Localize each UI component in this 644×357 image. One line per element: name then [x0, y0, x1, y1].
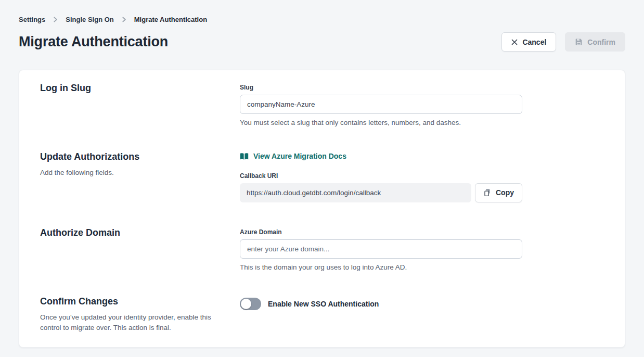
close-icon — [511, 39, 518, 45]
confirm-button-label: Confirm — [587, 38, 615, 46]
section-confirm-changes-fields: Enable New SSO Authentication — [240, 296, 522, 334]
azure-domain-label: Azure Domain — [240, 228, 522, 236]
update-authorizations-description: Add the following fields. — [40, 168, 213, 178]
copy-button-label: Copy — [496, 188, 514, 197]
section-confirm-changes-left: Confirm Changes Once you’ve updated your… — [40, 296, 240, 334]
header-actions: Cancel Confirm — [501, 32, 625, 52]
page: Settings Single Sign On Migrate Authenti… — [0, 0, 644, 348]
section-update-authorizations-fields: View Azure Migration Docs Callback URI h… — [240, 151, 522, 202]
slug-helper-text: You must select a slug that only contain… — [240, 119, 522, 126]
slug-label: Slug — [240, 84, 522, 91]
save-icon — [575, 38, 583, 46]
authorize-domain-heading: Authorize Domain — [40, 227, 240, 238]
enable-sso-toggle[interactable] — [240, 298, 261, 310]
toggle-knob — [241, 299, 251, 309]
breadcrumb-current: Migrate Authentication — [134, 16, 207, 23]
copy-icon — [483, 188, 492, 197]
section-update-authorizations: Update Authorizations Add the following … — [40, 151, 604, 202]
breadcrumb-settings[interactable]: Settings — [19, 16, 45, 23]
slug-input[interactable] — [240, 95, 522, 114]
cancel-button-label: Cancel — [522, 38, 546, 46]
section-update-authorizations-left: Update Authorizations Add the following … — [40, 151, 240, 202]
breadcrumb: Settings Single Sign On Migrate Authenti… — [19, 16, 625, 23]
confirm-changes-heading: Confirm Changes — [40, 296, 240, 307]
azure-domain-helper-text: This is the domain your org uses to log … — [240, 263, 522, 271]
section-authorize-domain: Authorize Domain Azure Domain This is th… — [40, 227, 604, 271]
settings-card: Log in Slug Slug You must select a slug … — [19, 70, 625, 348]
section-authorize-domain-fields: Azure Domain This is the domain your org… — [240, 227, 522, 271]
view-azure-migration-docs-link[interactable]: View Azure Migration Docs — [240, 152, 346, 160]
section-login-slug-fields: Slug You must select a slug that only co… — [240, 83, 522, 126]
enable-sso-label: Enable New SSO Authentication — [268, 300, 379, 308]
section-confirm-changes: Confirm Changes Once you’ve updated your… — [40, 296, 604, 334]
update-authorizations-heading: Update Authorizations — [40, 151, 240, 162]
confirm-button[interactable]: Confirm — [565, 32, 625, 52]
copy-button[interactable]: Copy — [475, 183, 522, 202]
chevron-right-icon — [53, 17, 58, 22]
cancel-button[interactable]: Cancel — [501, 32, 556, 52]
section-login-slug: Log in Slug Slug You must select a slug … — [40, 83, 604, 126]
confirm-changes-description: Once you’ve updated your identity provid… — [40, 312, 213, 334]
book-icon — [240, 152, 249, 160]
login-slug-heading: Log in Slug — [40, 83, 240, 94]
docs-link-label: View Azure Migration Docs — [253, 152, 346, 160]
callback-uri-row: https://auth.cloud.getdbt.com/login/call… — [240, 183, 522, 202]
breadcrumb-single-sign-on[interactable]: Single Sign On — [66, 16, 113, 23]
page-header: Migrate Authentication Cancel — [19, 32, 625, 52]
section-authorize-domain-left: Authorize Domain — [40, 227, 240, 271]
callback-uri-value: https://auth.cloud.getdbt.com/login/call… — [240, 183, 471, 202]
callback-uri-label: Callback URI — [240, 172, 522, 180]
enable-sso-row: Enable New SSO Authentication — [240, 298, 522, 310]
azure-domain-input[interactable] — [240, 239, 522, 259]
section-login-slug-left: Log in Slug — [40, 83, 240, 126]
chevron-right-icon — [121, 17, 127, 22]
page-title: Migrate Authentication — [19, 34, 168, 50]
